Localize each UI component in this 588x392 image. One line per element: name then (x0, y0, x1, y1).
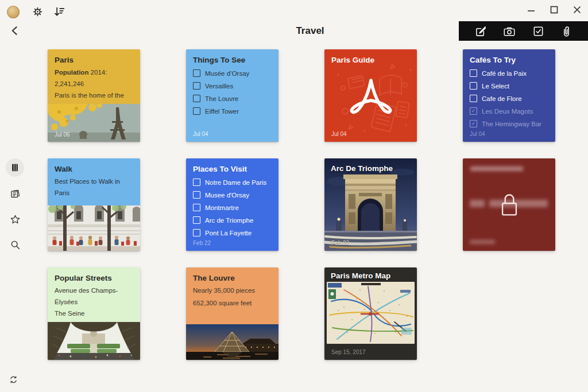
checkbox-icon (193, 107, 200, 115)
attachment-paperclip-icon[interactable] (560, 25, 572, 37)
paris-cafe-street-illustration (48, 205, 140, 251)
note-card-places-to-visit[interactable]: Places To Visit Notre Dame de Paris Muse… (186, 158, 278, 251)
card-title: Popular Streets (55, 274, 133, 282)
checkbox-icon (193, 229, 200, 236)
star-icon (10, 214, 21, 225)
checkbox-icon (470, 69, 477, 77)
note-card-things-to-see[interactable]: Things To See Musée d’Orsay Versailles T… (186, 49, 278, 142)
card-title: Things To See (193, 56, 272, 64)
checkbox-icon (193, 191, 200, 199)
under-eiffel-tower-photo (48, 322, 140, 360)
checklist-item: Versailles (193, 82, 272, 90)
checklist-item: The Louvre (193, 95, 272, 102)
note-card-walk[interactable]: Walk Best Places to Walk in Paris (48, 158, 140, 251)
checklist-item: Notre Dame de Paris (193, 178, 272, 186)
card-date: Jul 06 (55, 131, 70, 138)
minimize-icon[interactable] (527, 6, 535, 14)
card-date: Jul 04 (470, 131, 485, 137)
sync-icon[interactable] (9, 375, 18, 385)
new-note-icon[interactable] (475, 25, 487, 37)
sidebar-item-notebooks[interactable] (6, 158, 24, 177)
card-body-line: Population 2014: 2,241,246 (55, 67, 133, 90)
checkbox-icon (193, 216, 200, 224)
book-icon (10, 162, 20, 173)
window-controls (527, 6, 581, 14)
settings-gear-icon[interactable] (32, 6, 43, 17)
checkbox-icon (470, 95, 477, 102)
pdf-logo-icon (351, 80, 390, 112)
card-body-line: Paris is the home of the (55, 90, 133, 101)
card-title: Paris (55, 56, 133, 64)
checklist-item: Café de la Paix (470, 69, 548, 77)
note-stack-icon (10, 188, 21, 199)
note-card-paris[interactable]: Paris Population 2014: 2,241,246 Paris i… (48, 49, 140, 142)
card-body-line: Best Places to Walk in Paris (55, 176, 133, 199)
paris-metro-map-image (327, 282, 415, 344)
card-date: Jul 04 (193, 131, 208, 137)
card-body-line: The Seine (55, 308, 133, 319)
checklist-item: Musée d’Orsay (193, 69, 272, 77)
checklist-item: Les Deux Magots (470, 107, 548, 115)
close-icon[interactable] (573, 6, 581, 14)
note-card-the-louvre[interactable]: The Louvre Nearly 35,000 pieces 652,300 … (186, 267, 278, 360)
checklist-icon[interactable] (532, 25, 544, 37)
checklist-item: Pont La Fayette (193, 229, 272, 236)
checkbox-icon (193, 204, 200, 211)
checkbox-icon (193, 82, 200, 90)
card-title: The Louvre (193, 274, 272, 282)
blurred-date (470, 240, 495, 244)
note-card-locked[interactable] (463, 158, 555, 251)
card-date: Sep 15, 2017 (331, 349, 366, 355)
note-card-popular-streets[interactable]: Popular Streets Avenue des Champs-Élysée… (48, 267, 140, 360)
card-title: Walk (55, 165, 133, 173)
sidebar-item-favorites[interactable] (10, 214, 21, 225)
louvre-pyramid-dusk-photo (186, 324, 278, 360)
card-date: Feb 22 (331, 240, 349, 246)
sort-descending-icon[interactable] (53, 6, 65, 17)
checkbox-icon (193, 95, 200, 102)
checklist-item: The Hemingway Bar (470, 120, 548, 127)
checklist-item: Eiffel Tower (193, 107, 272, 115)
checkbox-icon (470, 82, 477, 90)
quick-create-toolbar (459, 21, 588, 41)
checkbox-checked-icon (470, 107, 477, 115)
checkbox-icon (193, 178, 200, 186)
sidebar-item-notecards[interactable] (10, 188, 21, 199)
blurred-text (470, 200, 485, 207)
card-date: Feb 22 (193, 240, 211, 246)
sidebar-item-search[interactable] (10, 239, 21, 250)
checklist-item: Arc de Triomphe (193, 216, 272, 224)
checklist-item: Cafe de Flore (470, 95, 548, 102)
card-body-line: Avenue des Champs-Élysées (55, 285, 133, 308)
blurred-title (470, 166, 523, 171)
note-card-paris-guide[interactable]: Paris Guide Jul 04 (324, 49, 417, 142)
note-card-arc-de-triomphe[interactable]: Arc De Triomphe Feb 22 (324, 158, 417, 251)
checkbox-icon (193, 69, 200, 77)
note-card-cafes-to-try[interactable]: Cafés To Try Café de la Paix Le Select C… (463, 49, 555, 142)
card-title: Paris Guide (331, 56, 410, 64)
checklist-item: Le Select (470, 82, 548, 90)
search-icon (10, 239, 21, 250)
card-date: Jul 04 (331, 131, 347, 137)
card-title: Places To Visit (193, 165, 272, 173)
camera-icon[interactable] (503, 25, 516, 37)
note-card-paris-metro-map[interactable]: Paris Metro Map Sep 15, 2017 (324, 267, 417, 360)
note-grid: Paris Population 2014: 2,241,246 Paris i… (48, 49, 555, 360)
card-title: Cafés To Try (470, 56, 548, 64)
lock-icon (497, 191, 522, 218)
card-title: Paris Metro Map (331, 271, 390, 280)
checklist-item: Musee d'Orsay (193, 191, 272, 199)
user-avatar[interactable] (7, 6, 20, 18)
card-body-line: Nearly 35,000 pieces 652,300 square feet (193, 285, 272, 310)
checkbox-checked-icon (470, 120, 477, 127)
card-title: Arc De Triomphe (331, 164, 393, 173)
checklist-item: Montmartre (193, 204, 272, 211)
maximize-icon[interactable] (550, 6, 558, 14)
